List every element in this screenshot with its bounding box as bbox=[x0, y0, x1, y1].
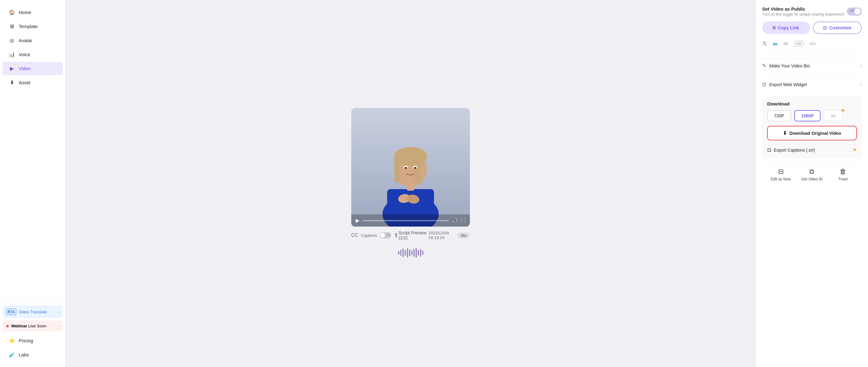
sidebar: 🏠 Home ⊞ Template ◎ Avatar 📊 Voice ▶ Vid… bbox=[0, 0, 66, 367]
sidebar-card-webinar[interactable]: Webinar Live Soon › bbox=[2, 321, 63, 331]
translate-chevron: › bbox=[58, 309, 59, 314]
get-video-id-icon: ⧉ bbox=[809, 168, 814, 176]
quality-4k[interactable]: 4K ⚑ bbox=[824, 110, 843, 122]
video-bio-icon: ✎ bbox=[762, 63, 766, 69]
sidebar-item-pricing[interactable]: ⭐ Pricing bbox=[2, 334, 63, 347]
labs-label: Labs bbox=[19, 352, 29, 357]
download-section: Download 720P 1080P 4K ⚑ ⬇ Download Orig… bbox=[762, 96, 862, 158]
get-video-id-label: Get Video ID bbox=[801, 177, 823, 181]
srt-premium-icon: ⚑ bbox=[853, 147, 857, 153]
web-widget-chevron: › bbox=[860, 82, 862, 88]
right-panel: Set Video as Public Turn on this toggle … bbox=[755, 0, 868, 367]
video-bio-chevron: › bbox=[860, 63, 862, 69]
sidebar-card-translate[interactable]: R/A Video Translate › bbox=[2, 305, 63, 318]
template-icon: ⊞ bbox=[9, 24, 15, 29]
public-row: Set Video as Public Turn on this toggle … bbox=[762, 6, 862, 16]
video-icon: ▶ bbox=[9, 66, 15, 71]
captions-row: CC Captions Off ⬆ bbox=[351, 232, 398, 239]
export-srt-label: Export Captions (.srt) bbox=[774, 147, 815, 153]
captions-label: Captions bbox=[361, 233, 377, 238]
download-original-label: Download Original Video bbox=[789, 131, 841, 136]
download-title: Download bbox=[767, 101, 857, 106]
labs-icon: 🧪 bbox=[9, 352, 15, 358]
sidebar-label-video: Video bbox=[19, 66, 31, 71]
embed-icon[interactable]: </> bbox=[810, 41, 816, 46]
social-row: 𝕏 in ✉ GIF </> bbox=[762, 39, 862, 48]
captions-toggle[interactable]: Off bbox=[379, 232, 391, 238]
trash-label: Trash bbox=[838, 177, 848, 181]
wave-bar bbox=[418, 250, 419, 256]
quality-row: 720P 1080P 4K ⚑ bbox=[767, 110, 857, 122]
webinar-chevron: › bbox=[58, 324, 59, 328]
download-original-button[interactable]: ⬇ Download Original Video bbox=[767, 126, 857, 140]
pricing-icon: ⭐ bbox=[9, 338, 15, 343]
svg-point-11 bbox=[414, 167, 416, 169]
fullscreen-button[interactable]: ⛶ bbox=[461, 218, 466, 223]
translate-label: Video Translate bbox=[19, 309, 47, 314]
web-widget-label: Export Web Widget bbox=[769, 82, 807, 87]
wave-bar bbox=[402, 248, 404, 257]
captions-icon: CC bbox=[351, 233, 359, 238]
video-bio-left: ✎ Make Your Video Bio bbox=[762, 63, 810, 69]
asset-icon: ⬇ bbox=[9, 79, 15, 86]
sidebar-bottom: R/A Video Translate › Webinar Live Soon … bbox=[0, 300, 65, 362]
video-player[interactable]: ▶ 🔊 ⛶ bbox=[351, 108, 470, 227]
twitter-icon[interactable]: 𝕏 bbox=[762, 40, 767, 47]
wave-bar bbox=[405, 250, 406, 256]
quality-720p[interactable]: 720P bbox=[767, 110, 791, 122]
sidebar-item-video[interactable]: ▶ Video bbox=[2, 62, 63, 75]
edit-new-label: Edit as New bbox=[771, 177, 791, 181]
quality-1080p[interactable]: 1080P bbox=[794, 110, 820, 122]
wave-bar bbox=[415, 248, 417, 258]
public-section: Set Video as Public Turn on this toggle … bbox=[762, 6, 862, 16]
linkedin-icon[interactable]: in bbox=[773, 41, 777, 46]
avatar-figure bbox=[361, 114, 461, 227]
sidebar-item-avatar[interactable]: ◎ Avatar bbox=[2, 34, 63, 47]
volume-button[interactable]: 🔊 bbox=[452, 218, 458, 224]
customize-label: Customize bbox=[829, 25, 851, 30]
video-bio-label: Make Your Video Bio bbox=[769, 63, 810, 68]
wave-bar bbox=[420, 249, 421, 257]
sidebar-label-asset: Asset bbox=[19, 80, 31, 85]
date-badge: 2023/12/04 18:13:24 36s bbox=[429, 231, 470, 240]
sidebar-label-home: Home bbox=[19, 10, 31, 15]
svg-rect-7 bbox=[415, 155, 421, 183]
divider-1 bbox=[762, 53, 862, 54]
home-icon: 🏠 bbox=[9, 9, 15, 15]
sidebar-item-asset[interactable]: ⬇ Asset bbox=[2, 76, 63, 89]
lock-premium-icon: ⚑ bbox=[841, 108, 845, 113]
play-button[interactable]: ▶ bbox=[355, 218, 360, 224]
avatar-icon: ◎ bbox=[9, 37, 15, 43]
public-info: Set Video as Public Turn on this toggle … bbox=[762, 6, 845, 16]
wave-bar bbox=[409, 249, 410, 256]
duration-badge: 36s bbox=[457, 233, 470, 238]
export-srt-row[interactable]: ⊡ Export Captions (.srt) ⚑ bbox=[767, 144, 857, 153]
svg-rect-6 bbox=[394, 155, 400, 183]
edit-as-new-action[interactable]: ⊟ Edit as New bbox=[770, 168, 792, 181]
upload-icon[interactable]: ⬆ bbox=[394, 232, 398, 239]
public-toggle[interactable]: Off bbox=[847, 7, 862, 15]
copy-link-button[interactable]: ⎘ Copy Link bbox=[762, 22, 810, 34]
video-bio-row[interactable]: ✎ Make Your Video Bio › bbox=[762, 59, 862, 72]
web-widget-row[interactable]: ⊡ Export Web Widget › bbox=[762, 77, 862, 91]
svg-point-10 bbox=[405, 167, 407, 169]
sidebar-item-voice[interactable]: 📊 Voice bbox=[2, 48, 63, 61]
progress-bar[interactable] bbox=[363, 220, 449, 221]
public-desc: Turn on this toggle for unique sharing e… bbox=[762, 12, 845, 16]
get-video-id-action[interactable]: ⧉ Get Video ID bbox=[801, 168, 823, 181]
sidebar-item-home[interactable]: 🏠 Home bbox=[2, 6, 63, 19]
email-icon[interactable]: ✉ bbox=[783, 40, 788, 47]
share-buttons: ⎘ Copy Link ⊡ Customize bbox=[762, 22, 862, 34]
video-container: ▶ 🔊 ⛶ CC Captions Off ⬆ Script Preview (… bbox=[304, 108, 517, 259]
wave-bar bbox=[422, 251, 423, 255]
sidebar-item-template[interactable]: ⊞ Template bbox=[2, 20, 63, 33]
export-srt-icon: ⊡ bbox=[767, 147, 771, 153]
pricing-label: Pricing bbox=[19, 338, 33, 343]
gif-icon[interactable]: GIF bbox=[794, 41, 803, 46]
customize-button[interactable]: ⊡ Customize bbox=[813, 22, 862, 34]
wave-bar bbox=[398, 251, 399, 255]
webinar-label: Webinar Live Soon bbox=[11, 324, 46, 328]
trash-action[interactable]: 🗑 Trash bbox=[832, 168, 854, 181]
waveform bbox=[398, 246, 423, 259]
sidebar-item-labs[interactable]: 🧪 Labs bbox=[2, 348, 63, 361]
